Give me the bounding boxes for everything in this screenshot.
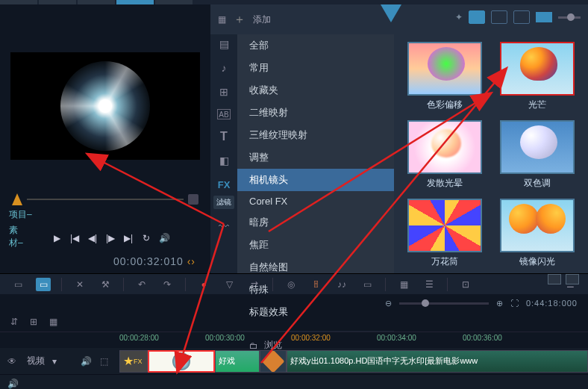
template-icon[interactable]: ⊞ xyxy=(216,85,231,99)
menu-item-selected[interactable]: 相机镜头 xyxy=(237,169,394,191)
filter-thumbnails-grid: 色彩偏移 光芒 发散光晕 双色调 万花筒 镜像闪光 xyxy=(394,4,588,273)
fx-badge: FX xyxy=(134,358,143,365)
clip[interactable]: 好戏 xyxy=(215,350,260,373)
filter-thumb[interactable]: 双色调 xyxy=(495,120,579,190)
transition-icon xyxy=(261,350,284,373)
thumb-label: 镜像闪光 xyxy=(519,255,555,268)
thumb-footer-controls xyxy=(403,274,579,284)
media-icon[interactable]: ▤ xyxy=(216,37,231,51)
mute-icon[interactable]: 🔊 xyxy=(81,356,93,367)
timeline-tracks: 👁 视频 ▾ 🔊 ⬚ ★FX 好戏 好戏y出01.1080p.HD国语中字无水印… xyxy=(0,348,588,389)
menu-item[interactable]: 特殊 xyxy=(237,278,394,301)
redo-icon[interactable]: ↷ xyxy=(160,278,175,291)
feed-icon[interactable] xyxy=(513,10,530,24)
track-audio-icon[interactable]: 🔊 xyxy=(7,379,19,389)
filter-thumb[interactable]: 色彩偏移 xyxy=(403,42,487,111)
fit-icon[interactable]: ⛶ xyxy=(510,299,519,308)
text-style-icon[interactable]: AB xyxy=(217,109,231,119)
clip-main[interactable]: 好戏y出01.1080p.HD国语中字无水印[最新电影www xyxy=(287,350,588,373)
prev-frame-button[interactable]: |◀ xyxy=(69,232,81,244)
thumb-view-icon[interactable] xyxy=(469,10,485,24)
snapshot-icon[interactable] xyxy=(188,194,198,205)
play-button[interactable]: ▶ xyxy=(51,232,63,244)
menu-item[interactable]: 收藏夹 xyxy=(237,79,394,102)
filter-thumb[interactable]: 万花筒 xyxy=(403,199,487,268)
collapse-icon[interactable] xyxy=(548,274,561,284)
track-header: 👁 视频 ▾ 🔊 ⬚ xyxy=(0,355,119,367)
lock-icon[interactable]: ⬚ xyxy=(100,356,112,367)
ripple-icon[interactable]: ▦ xyxy=(49,317,61,327)
menu-item[interactable]: 自然绘图 xyxy=(237,256,394,278)
loop-button[interactable]: ↻ xyxy=(140,232,152,244)
thumb-label: 发散光晕 xyxy=(427,177,463,190)
clip-selected[interactable] xyxy=(148,350,215,373)
track-body[interactable]: ★FX 好戏 好戏y出01.1080p.HD国语中字无水印[最新电影www xyxy=(119,348,588,374)
menu-item[interactable]: 标题效果 xyxy=(237,301,394,323)
transition-clip[interactable] xyxy=(260,350,287,373)
timeline-view-icon[interactable]: ▭ xyxy=(36,278,51,291)
star-icon: ★ xyxy=(123,354,134,368)
signal-icon[interactable] xyxy=(491,10,507,24)
display-toggle-icon[interactable] xyxy=(536,12,552,22)
thumb-label: 万花筒 xyxy=(431,255,458,268)
volume-icon[interactable]: 🔊 xyxy=(158,232,170,244)
zoom-in-icon[interactable]: ⊕ xyxy=(496,299,503,308)
video-track: 👁 视频 ▾ 🔊 ⬚ ★FX 好戏 好戏y出01.1080p.HD国语中字无水印… xyxy=(0,348,588,375)
menu-item[interactable]: 三维纹理映射 xyxy=(237,124,394,146)
visibility-icon[interactable]: 👁 xyxy=(7,356,19,367)
library-panel: ▦ ＋ 添加 ✦ ▤ ♪ ⊞ AB T ◧ FX 滤镜 〰 全部 xyxy=(210,4,588,273)
path-icon[interactable]: 〰 xyxy=(216,220,231,233)
forward-button[interactable]: |▶ xyxy=(104,232,116,244)
gallery-mode-icon[interactable]: ▦ xyxy=(218,14,226,25)
filter-thumb-selected[interactable]: 光芒 xyxy=(495,42,579,111)
filter-thumb[interactable]: 发散光晕 xyxy=(403,120,487,190)
zoom-slider[interactable] xyxy=(399,302,489,305)
add-label[interactable]: 添加 xyxy=(253,13,271,26)
fx-icon[interactable]: FX xyxy=(216,178,231,191)
track-label: 视频 xyxy=(27,355,45,367)
menu-item[interactable]: 调整 xyxy=(237,146,394,169)
ruler-tick: 00:00:36:00 xyxy=(463,332,548,348)
tools-icon[interactable]: ⚒ xyxy=(98,278,113,291)
thumb-size-slider[interactable] xyxy=(558,16,581,19)
thumb-label: 光芒 xyxy=(528,99,546,111)
record-icon[interactable]: ● xyxy=(196,278,211,291)
clip-thumbnail xyxy=(172,352,190,370)
menu-item[interactable]: Corel FX xyxy=(237,191,394,211)
add-icon[interactable]: ＋ xyxy=(234,12,245,28)
filter-category-menu: 全部 常用 收藏夹 二维映射 三维纹理映射 调整 相机镜头 Corel FX 暗… xyxy=(237,4,394,273)
thumb-label: 色彩偏移 xyxy=(427,99,463,111)
clip-fx[interactable]: ★FX xyxy=(119,350,148,373)
menu-item[interactable]: 二维映射 xyxy=(237,102,394,124)
audio-icon[interactable]: ♪ xyxy=(216,61,231,75)
settings-icon[interactable]: ✕ xyxy=(72,278,87,291)
menu-item[interactable]: 暗房 xyxy=(237,211,394,234)
ruler-tick: 00:00:28:00 xyxy=(119,332,205,348)
toggle-all-icon[interactable]: ⇵ xyxy=(10,317,22,327)
material-mode-tab[interactable]: 素材– xyxy=(9,224,31,249)
rewind-button[interactable]: ◀| xyxy=(87,232,98,244)
favorite-icon[interactable]: ✦ xyxy=(455,12,463,22)
library-sidebar: ▤ ♪ ⊞ AB T ◧ FX 滤镜 〰 xyxy=(210,4,237,273)
next-frame-button[interactable]: ▶| xyxy=(122,232,134,244)
lock-all-icon[interactable]: ⊞ xyxy=(30,317,42,327)
scrub-slider[interactable] xyxy=(27,199,184,200)
expand-icon[interactable] xyxy=(566,274,579,284)
thumb-label: 双色调 xyxy=(524,177,551,190)
overlay-icon[interactable]: ◧ xyxy=(216,154,231,167)
storyboard-view-icon[interactable]: ▭ xyxy=(10,278,25,291)
project-duration: 0:44:18:000 xyxy=(526,299,578,308)
marker-drop-icon[interactable]: ▽ xyxy=(222,278,237,291)
project-mode-tab[interactable]: 项目– xyxy=(9,208,32,221)
title-icon[interactable]: T xyxy=(216,130,231,143)
chevron-down-icon[interactable]: ▾ xyxy=(52,356,57,367)
playhead-marker-icon[interactable] xyxy=(12,193,22,205)
bookmark-flag-icon[interactable] xyxy=(381,4,401,22)
menu-item[interactable]: 全部 xyxy=(237,34,394,57)
menu-item[interactable]: 常用 xyxy=(237,57,394,79)
menu-item[interactable]: 焦距 xyxy=(237,234,394,256)
undo-icon[interactable]: ↶ xyxy=(134,278,149,291)
preview-video[interactable] xyxy=(10,52,200,160)
audio-track: 🔊 xyxy=(0,375,588,389)
filter-thumb[interactable]: 镜像闪光 xyxy=(495,199,579,268)
